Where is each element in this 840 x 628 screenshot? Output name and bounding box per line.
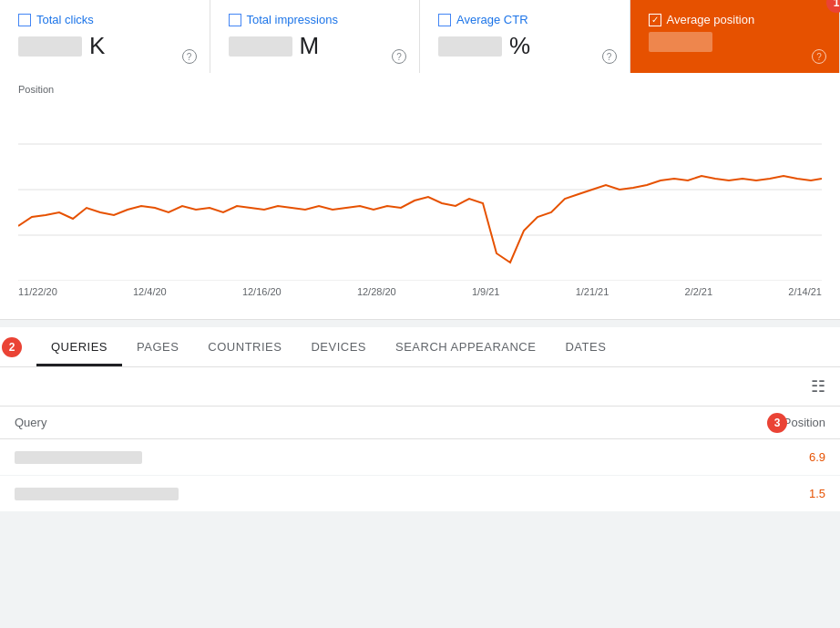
query-col-header: Query xyxy=(15,416,46,429)
x-label-6: 2/2/21 xyxy=(685,286,713,297)
x-label-5: 1/21/21 xyxy=(576,286,610,297)
table-row: 1.5 xyxy=(0,476,840,512)
chart-y-label: Position xyxy=(18,84,822,95)
row-query-placeholder-2 xyxy=(15,488,179,500)
metric-total-impressions[interactable]: Total impressions M ? xyxy=(210,0,421,73)
tab-countries[interactable]: COUNTRIES xyxy=(193,327,296,366)
filter-row: ☷ xyxy=(0,367,840,407)
tab-pages[interactable]: PAGES xyxy=(122,327,193,366)
tab-dates[interactable]: DATES xyxy=(550,327,620,366)
row-query-placeholder-1 xyxy=(15,451,142,464)
metric-label-impressions: Total impressions xyxy=(247,13,338,26)
metric-value-placeholder-clicks xyxy=(18,36,82,57)
metric-checkbox-position[interactable] xyxy=(649,14,661,26)
x-label-0: 11/22/20 xyxy=(18,286,57,297)
metric-label-total-clicks: Total clicks xyxy=(36,13,94,26)
chart-container xyxy=(18,98,822,281)
x-label-2: 12/16/20 xyxy=(242,286,282,297)
tab-search-appearance[interactable]: SEARCH APPEARANCE xyxy=(381,327,550,366)
x-label-1: 12/4/20 xyxy=(133,286,167,297)
metric-value-placeholder-impressions xyxy=(229,36,292,57)
metric-unit-impressions: M xyxy=(300,32,320,60)
metric-help-impressions[interactable]: ? xyxy=(392,49,406,64)
metric-average-position[interactable]: 1 Average position ? xyxy=(630,0,841,73)
metric-unit-clicks: K xyxy=(89,32,105,60)
tabs-row: 2 QUERIES PAGES COUNTRIES DEVICES SEARCH… xyxy=(0,327,840,367)
row-position-1: 6.9 xyxy=(809,450,825,464)
chart-section: Position 11/22/20 12/4/20 12/16/20 12/28… xyxy=(0,73,840,310)
metric-checkbox-ctr[interactable] xyxy=(438,14,451,26)
x-label-3: 12/28/20 xyxy=(357,286,396,297)
table-header: Query 3 Position xyxy=(0,407,840,439)
metric-average-ctr[interactable]: Average CTR % ? xyxy=(420,0,630,73)
metric-value-placeholder-position xyxy=(649,32,712,52)
tab-queries[interactable]: QUERIES xyxy=(36,327,122,366)
metric-checkbox-total-clicks[interactable] xyxy=(18,14,31,26)
tab-devices[interactable]: DEVICES xyxy=(296,327,381,366)
metric-unit-ctr: % xyxy=(509,32,530,60)
metric-help-clicks[interactable]: ? xyxy=(182,49,197,64)
metric-label-ctr: Average CTR xyxy=(456,13,528,26)
metric-help-ctr[interactable]: ? xyxy=(602,49,617,64)
row-position-2: 1.5 xyxy=(809,487,825,500)
badge-2: 2 xyxy=(2,337,22,357)
metric-value-placeholder-ctr xyxy=(438,36,502,57)
chart-svg xyxy=(18,98,822,281)
metric-total-clicks[interactable]: Total clicks K ? xyxy=(0,0,210,73)
filter-icon[interactable]: ☷ xyxy=(811,376,825,396)
bottom-section: 2 QUERIES PAGES COUNTRIES DEVICES SEARCH… xyxy=(0,327,840,512)
metrics-row: Total clicks K ? Total impressions M ? xyxy=(0,0,840,73)
badge-3: 3 xyxy=(767,413,787,433)
table-row: 6.9 xyxy=(0,439,840,476)
metric-label-position: Average position xyxy=(667,13,755,26)
chart-x-labels: 11/22/20 12/4/20 12/16/20 12/28/20 1/9/2… xyxy=(18,281,822,297)
metric-help-position[interactable]: ? xyxy=(812,49,826,64)
x-label-7: 2/14/21 xyxy=(788,286,822,297)
x-label-4: 1/9/21 xyxy=(472,286,500,297)
metric-checkbox-impressions[interactable] xyxy=(229,14,241,26)
position-col-header: Position xyxy=(784,416,825,429)
badge-1: 1 xyxy=(826,0,840,13)
